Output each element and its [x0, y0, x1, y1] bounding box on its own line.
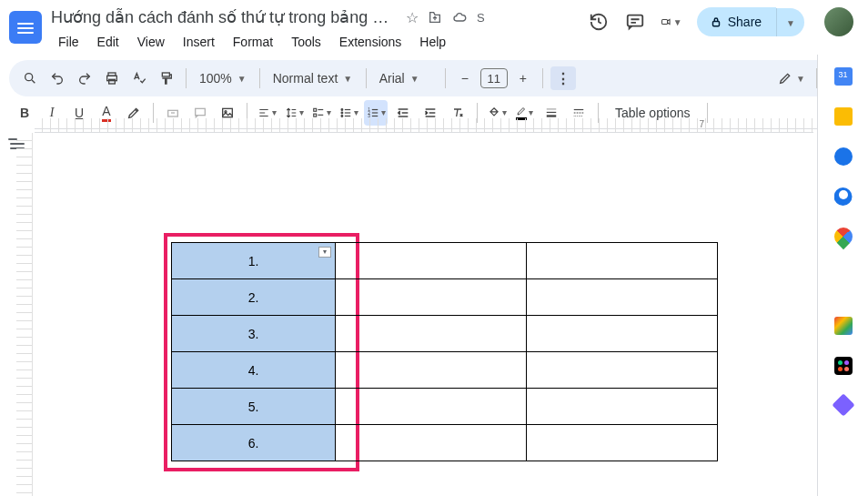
menu-edit[interactable]: Edit — [90, 31, 126, 53]
svg-rect-2 — [712, 21, 719, 25]
svg-rect-13 — [313, 114, 316, 116]
addon-icon-1[interactable] — [834, 317, 853, 335]
menu-file[interactable]: File — [51, 31, 86, 53]
table-row[interactable]: 4. — [172, 352, 718, 389]
print-icon[interactable] — [100, 66, 124, 91]
svg-point-16 — [341, 115, 343, 116]
document-table[interactable]: 1.▾ 2. 3. 4. 5. 6. — [171, 242, 718, 461]
font-select[interactable]: Arial▼ — [374, 71, 438, 86]
svg-point-15 — [341, 112, 343, 114]
zoom-select[interactable]: 100%▼ — [194, 71, 252, 86]
svg-text:3: 3 — [368, 114, 370, 118]
table-cell-value: 6. — [248, 436, 259, 450]
table-cell-value: 1. — [248, 254, 259, 268]
svg-rect-7 — [162, 73, 169, 76]
horizontal-ruler[interactable]: 7 — [35, 118, 813, 133]
menu-view[interactable]: View — [130, 31, 172, 53]
tasks-app-icon[interactable] — [834, 147, 853, 166]
menu-bar: File Edit View Insert Format Tools Exten… — [51, 31, 579, 53]
share-dropdown-button[interactable]: ▼ — [776, 8, 804, 36]
move-icon[interactable] — [428, 10, 442, 25]
meet-icon[interactable]: ▼ — [661, 11, 682, 33]
table-row[interactable]: 6. — [172, 425, 718, 461]
vertical-ruler[interactable] — [16, 133, 33, 496]
addon-icon-2[interactable] — [834, 357, 853, 375]
save-status-text: S — [477, 11, 485, 25]
font-size-increase[interactable]: + — [511, 66, 535, 91]
contacts-app-icon[interactable] — [834, 187, 853, 206]
share-button-label: Share — [728, 15, 762, 29]
table-row[interactable]: 2. — [172, 279, 718, 316]
svg-point-14 — [341, 108, 343, 110]
paint-format-icon[interactable] — [155, 66, 178, 91]
document-title[interactable]: Hướng dẫn cách đánh số thứ tự trong bảng… — [51, 7, 397, 27]
redo-icon[interactable] — [73, 66, 96, 91]
table-cell-value: 3. — [248, 327, 259, 341]
table-cell-value: 5. — [248, 400, 259, 414]
svg-point-3 — [25, 74, 33, 81]
table-cell-value: 2. — [248, 290, 259, 305]
maps-app-icon[interactable] — [830, 224, 855, 249]
undo-icon[interactable] — [45, 66, 69, 91]
menu-extensions[interactable]: Extensions — [332, 31, 409, 53]
svg-rect-12 — [313, 108, 316, 111]
primary-toolbar: 100%▼ Normal text▼ Arial▼ − 11 + ⋮ ▼ — [9, 60, 859, 96]
svg-rect-0 — [627, 15, 642, 26]
comments-icon[interactable] — [624, 11, 646, 33]
svg-rect-9 — [196, 108, 206, 115]
table-row[interactable]: 3. — [172, 316, 718, 352]
menu-help[interactable]: Help — [412, 31, 453, 53]
editing-mode-icon[interactable]: ▼ — [774, 66, 809, 91]
table-cell-value: 4. — [248, 363, 259, 378]
search-icon[interactable] — [18, 66, 42, 91]
spellcheck-icon[interactable] — [127, 66, 151, 91]
keep-app-icon[interactable] — [834, 107, 853, 126]
table-row[interactable]: 1.▾ — [172, 243, 718, 279]
table-row[interactable]: 5. — [172, 389, 718, 425]
svg-rect-8 — [168, 110, 178, 116]
menu-format[interactable]: Format — [226, 31, 280, 53]
cell-dropdown-icon[interactable]: ▾ — [318, 247, 331, 258]
svg-rect-10 — [223, 108, 233, 116]
history-icon[interactable] — [588, 11, 610, 33]
side-panel — [817, 55, 868, 496]
calendar-app-icon[interactable] — [834, 67, 853, 86]
docs-logo-icon[interactable] — [9, 11, 42, 44]
font-size-input[interactable]: 11 — [480, 68, 508, 88]
more-toolbar-icon[interactable]: ⋮ — [550, 66, 576, 90]
share-button[interactable]: Share — [697, 7, 776, 36]
svg-rect-1 — [661, 19, 667, 24]
addon-icon-3[interactable] — [832, 393, 854, 416]
account-avatar[interactable] — [824, 7, 853, 36]
menu-tools[interactable]: Tools — [284, 31, 328, 53]
paragraph-style-select[interactable]: Normal text▼ — [267, 71, 358, 86]
menu-insert[interactable]: Insert — [176, 31, 222, 53]
star-icon[interactable]: ☆ — [406, 9, 419, 26]
ruler-mark: 7 — [699, 119, 704, 129]
font-size-decrease[interactable]: − — [453, 66, 477, 91]
cloud-status-icon[interactable] — [451, 10, 468, 25]
